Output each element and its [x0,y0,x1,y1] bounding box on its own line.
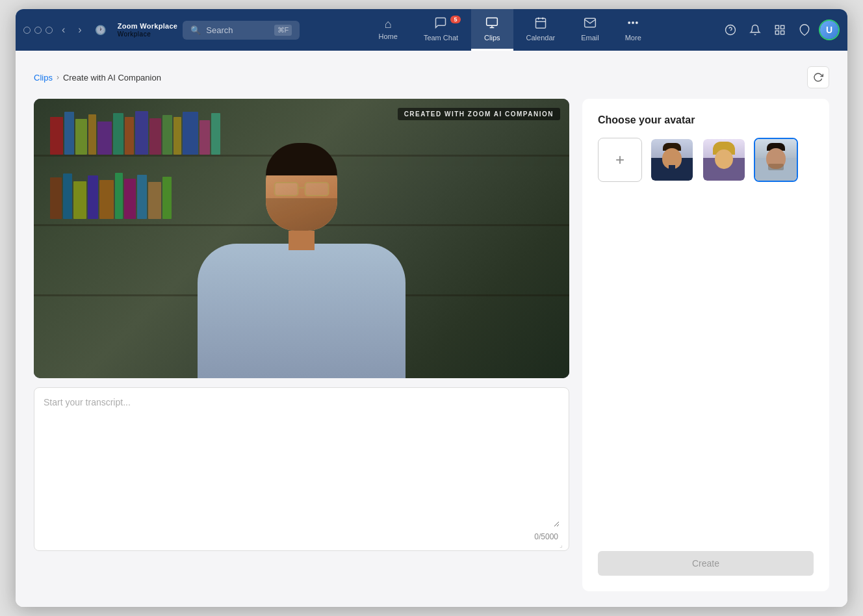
nav-center: ⌂ Home Team Chat 5 [305,9,715,51]
nav-left: ‹ › 🕐 Zoom Workplace Workplace 🔍 Search … [23,21,300,40]
avatar-2-bg [703,139,745,181]
create-button[interactable]: Create [598,551,814,576]
nav-label-calendar: Calendar [526,34,556,42]
avatar-option-3[interactable] [754,138,798,182]
transcript-input[interactable] [44,397,560,527]
window-dot-1 [23,27,31,34]
avatar-2-face [715,149,733,169]
search-shortcut: ⌘F [274,25,292,36]
window-controls [23,27,53,34]
person-head-container [266,146,337,250]
beard [266,198,337,231]
avatar-option-2[interactable] [702,138,746,182]
nav-label-home: Home [379,32,398,40]
grid-button[interactable] [769,19,790,40]
char-count: 0/5000 [44,532,560,541]
person-hair [266,143,337,175]
email-icon [584,16,597,31]
avatar-add-button[interactable]: + [598,138,642,182]
teamchat-badge: 5 [450,16,461,23]
app-window: ‹ › 🕐 Zoom Workplace Workplace 🔍 Search … [16,9,847,607]
nav-label-more: More [625,34,641,42]
search-icon: 🔍 [190,25,201,35]
zoom-logo: Zoom Workplace Workplace [118,22,178,38]
svg-rect-7 [781,25,784,29]
avatar-1-tie [669,165,675,177]
home-icon: ⌂ [385,18,392,30]
more-icon [626,16,639,31]
breadcrumb-current: Create with AI Companion [63,73,161,83]
refresh-button[interactable] [807,66,829,88]
nav-item-clips[interactable]: Clips [471,9,513,51]
breadcrumb-parent-link[interactable]: Clips [34,73,53,83]
window-dot-3 [45,27,53,34]
help-button[interactable] [720,19,741,40]
avatar-1-bg [651,139,693,181]
svg-rect-9 [781,31,784,34]
clips-icon [485,16,498,31]
nav-label-email: Email [581,34,599,42]
svg-point-5 [726,25,736,35]
breadcrumb: Clips › Create with AI Companion [34,73,161,83]
person-neck [289,231,315,250]
nav-item-home[interactable]: ⌂ Home [366,9,411,51]
right-column: Choose your avatar + [582,99,829,591]
plus-icon: + [615,151,625,169]
avatar-option-1[interactable] [650,138,694,182]
transcript-area: ⌟ 0/5000 [34,387,569,551]
nav-forward-button[interactable]: › [74,21,85,38]
left-column: CREATED WITH ZOOM AI COMPANION ⌟ 0/5000 [34,99,569,591]
user-avatar-initial: U [820,21,838,39]
svg-rect-1 [535,18,545,28]
nav-item-calendar[interactable]: Calendar [513,9,569,51]
svg-point-4 [636,22,638,24]
person-body [198,244,406,378]
svg-rect-0 [487,18,498,26]
search-placeholder: Search [206,25,233,35]
search-bar[interactable]: 🔍 Search ⌘F [183,21,300,40]
main-content: Clips › Create with AI Companion [16,51,847,607]
resize-handle: ⌟ [560,541,566,548]
nav-right: U [720,19,840,40]
svg-point-2 [628,22,630,24]
teamchat-icon [434,16,447,31]
person-figure [139,127,464,378]
video-preview: CREATED WITH ZOOM AI COMPANION [34,99,569,378]
avatar-3-beard [768,164,784,170]
nav-label-clips: Clips [484,34,500,42]
video-overlay-label: CREATED WITH ZOOM AI COMPANION [398,108,560,120]
avatar-grid: + [598,138,814,182]
svg-point-3 [632,22,634,24]
avatar-3-bg [755,139,797,181]
nav-label-teamchat: Team Chat [424,34,458,42]
content-area: CREATED WITH ZOOM AI COMPANION ⌟ 0/5000 … [34,99,829,591]
user-avatar-button[interactable]: U [819,19,840,40]
glasses [271,182,333,198]
window-dot-2 [34,27,42,34]
top-nav: ‹ › 🕐 Zoom Workplace Workplace 🔍 Search … [16,9,847,51]
svg-rect-6 [775,25,779,29]
breadcrumb-row: Clips › Create with AI Companion [34,66,829,88]
nav-item-email[interactable]: Email [568,9,612,51]
zoom-logo-sub: Workplace [118,31,178,38]
nav-back-button[interactable]: ‹ [58,21,69,38]
pin-button[interactable] [794,19,815,40]
create-button-area: Create [598,538,814,576]
calendar-icon [534,16,547,31]
zoom-logo-text: Zoom Workplace [118,22,178,31]
nav-history-button[interactable]: 🕐 [91,22,110,38]
nav-item-more[interactable]: More [612,9,654,51]
svg-rect-8 [775,31,779,34]
avatar-section-title: Choose your avatar [598,114,814,126]
nav-item-teamchat[interactable]: Team Chat 5 [411,9,471,51]
breadcrumb-separator: › [57,73,59,82]
notifications-button[interactable] [745,19,766,40]
